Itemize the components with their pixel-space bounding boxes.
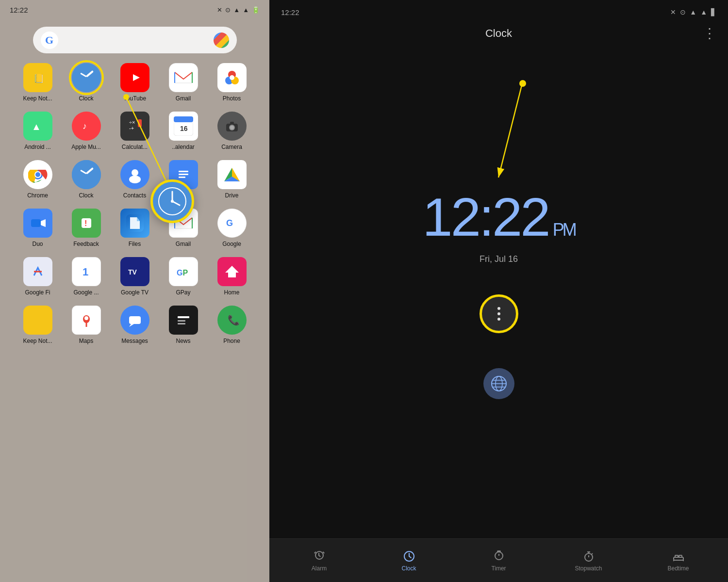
gpay-icon: GP <box>169 257 198 286</box>
apple-music-icon: ♪ <box>72 112 101 141</box>
apple-music-label: Apple Mu... <box>71 144 101 150</box>
app-news[interactable]: News <box>162 306 205 344</box>
right-status-bar: 12:22 ✕ ⊙ ▲ ▲ ▋ <box>269 0 728 20</box>
svg-rect-60 <box>30 312 46 328</box>
app-android[interactable]: ▲ Android ... <box>16 112 60 150</box>
svg-text:▲: ▲ <box>32 121 41 132</box>
svg-text:📒: 📒 <box>33 73 45 84</box>
duo-label: Duo <box>32 241 43 247</box>
app-apple-music[interactable]: ♪ Apple Mu... <box>65 112 108 150</box>
app-files[interactable]: Files <box>113 209 157 247</box>
alarm-icon <box>313 550 326 563</box>
app-photos[interactable]: Photos <box>210 63 254 102</box>
bottom-nav: Alarm Clock Timer Stopwatch Bedtime <box>269 538 728 582</box>
app-keep-notes-2[interactable]: Keep Not... <box>16 306 60 344</box>
app-gpay[interactable]: GP GPay <box>162 257 205 296</box>
nav-clock[interactable]: Clock <box>364 550 454 572</box>
three-dots-menu-button[interactable] <box>480 294 518 333</box>
calendar-icon: 16 <box>169 112 198 141</box>
google-tv-icon: TV <box>120 257 149 286</box>
app-contacts[interactable]: Contacts <box>113 160 157 199</box>
phone-icon: 📞 <box>217 306 247 335</box>
google-g-logo: G <box>41 32 58 49</box>
clock-nav-label: Clock <box>401 565 416 572</box>
keep-notes-icon-2 <box>23 306 52 335</box>
app-messages[interactable]: Messages <box>113 306 157 344</box>
right-arrow-annotation <box>269 47 728 538</box>
messages-label: Messages <box>121 338 148 344</box>
app-feedback[interactable]: ! Feedback <box>65 209 108 247</box>
search-bar[interactable]: G <box>33 27 237 53</box>
header-menu-button[interactable]: ⋮ <box>703 27 716 40</box>
app-drive[interactable]: Drive <box>210 160 254 199</box>
svg-rect-16 <box>138 119 142 127</box>
clock-icon-2 <box>72 160 101 189</box>
svg-text:-+: -+ <box>129 125 134 131</box>
app-calendar[interactable]: 16 ..alendar <box>162 112 205 150</box>
svg-text:1: 1 <box>83 266 88 278</box>
svg-point-31 <box>129 176 141 183</box>
clock-app-header: Clock ⋮ <box>269 20 728 47</box>
app-camera[interactable]: Camera <box>210 112 254 150</box>
app-keep-notes-1[interactable]: 📒 Keep Not... <box>16 63 60 102</box>
google-assistant-icon[interactable] <box>214 32 229 48</box>
camera-label: Camera <box>221 144 242 150</box>
svg-line-90 <box>409 556 411 558</box>
google-label: Google <box>222 241 241 247</box>
maps-label: Maps <box>79 338 93 344</box>
news-icon <box>169 306 198 335</box>
svg-text:!: ! <box>84 219 87 227</box>
app-maps[interactable]: Maps <box>65 306 108 344</box>
svg-rect-100 <box>679 555 682 557</box>
svg-point-63 <box>84 316 88 320</box>
clock-face-1 <box>72 63 101 92</box>
nav-bedtime[interactable]: Bedtime <box>633 550 723 572</box>
world-clock-button[interactable] <box>483 368 514 399</box>
photos-icon <box>217 63 247 92</box>
bedtime-icon <box>672 550 685 563</box>
app-calculator[interactable]: ÷×-+ Calculat... <box>113 112 157 150</box>
svg-line-86 <box>498 85 522 178</box>
svg-text:GP: GP <box>177 269 188 277</box>
app-duo[interactable]: Duo <box>16 209 60 247</box>
app-google[interactable]: G Google <box>210 209 254 247</box>
left-status-bar: 12:22 ✕ ⊙ ▲ ▲ 🔋 <box>0 0 269 19</box>
app-google-tv[interactable]: TV Google TV <box>113 257 157 296</box>
app-phone[interactable]: 📞 Phone <box>210 306 254 344</box>
app-google-one[interactable]: 1 Google ... <box>65 257 108 296</box>
svg-point-87 <box>519 80 526 87</box>
app-gmail-1[interactable]: Gmail <box>162 63 205 102</box>
photos-label: Photos <box>223 95 241 102</box>
right-status-time: 12:22 <box>281 8 299 16</box>
nav-alarm[interactable]: Alarm <box>274 550 364 572</box>
left-status-time: 12:22 <box>10 6 28 14</box>
nav-stopwatch[interactable]: Stopwatch <box>544 550 633 572</box>
contacts-icon <box>120 160 149 189</box>
bedtime-label: Bedtime <box>667 565 689 572</box>
clock-label-2: Clock <box>79 192 93 199</box>
maps-icon <box>72 306 101 335</box>
calendar-label: ..alendar <box>172 144 195 150</box>
clock-time-digits: 12:22 <box>422 186 548 248</box>
svg-rect-70 <box>178 323 185 324</box>
app-google-fi[interactable]: Google Fi <box>16 257 60 296</box>
app-clock-2[interactable]: Clock <box>65 160 108 199</box>
left-panel: 12:22 ✕ ⊙ ▲ ▲ 🔋 G 📒 Keep Not... <box>0 0 269 582</box>
clock-label-1: Clock <box>79 95 93 102</box>
right-status-icons: ✕ ⊙ ▲ ▲ ▋ <box>670 8 716 16</box>
app-clock-1[interactable]: Clock <box>65 63 108 102</box>
nav-timer[interactable]: Timer <box>454 550 544 572</box>
app-youtube[interactable]: YouTube <box>113 63 157 102</box>
app-chrome[interactable]: Chrome <box>16 160 60 199</box>
app-home[interactable]: Home <box>210 257 254 296</box>
svg-line-97 <box>592 553 593 554</box>
google-one-label: Google ... <box>73 289 99 296</box>
google-tv-label: Google TV <box>121 289 149 296</box>
android-icon: ▲ <box>23 112 52 141</box>
app-grid: 📒 Keep Not... Clock YouTube Gmail <box>6 63 264 344</box>
gpay-label: GPay <box>176 289 190 296</box>
svg-rect-33 <box>179 171 188 172</box>
svg-rect-68 <box>178 316 189 318</box>
globe-icon <box>491 375 507 392</box>
gmail-icon-1 <box>169 63 198 92</box>
